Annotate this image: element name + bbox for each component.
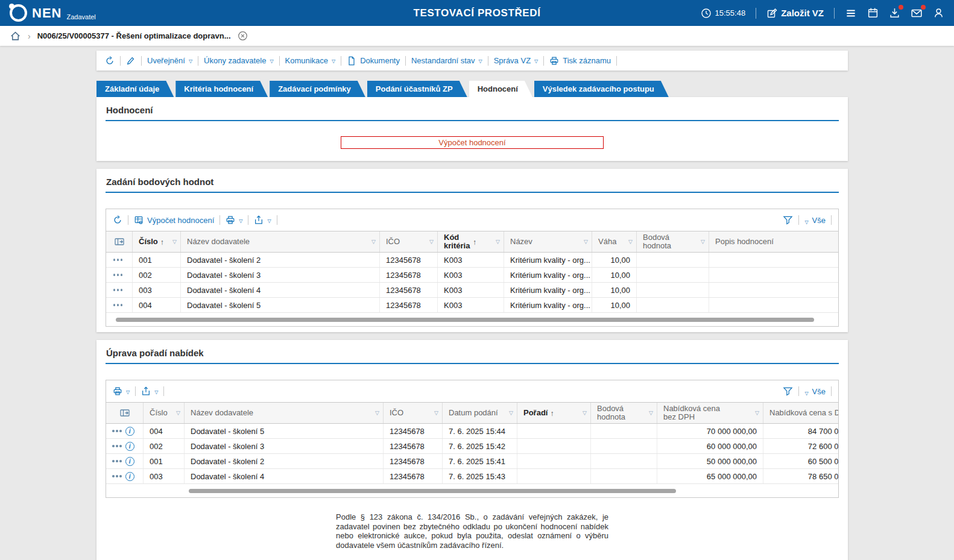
cell-popis[interactable] [709, 268, 838, 282]
col-kod-kriteria[interactable]: Kód kritéria [438, 231, 504, 252]
row-menu-icon[interactable] [112, 475, 122, 477]
messages-button[interactable] [911, 7, 923, 19]
filter-chevron-icon[interactable] [172, 239, 177, 245]
cell-bodova[interactable] [637, 253, 709, 267]
filter-chevron-icon[interactable] [434, 410, 438, 416]
menu-komunikace[interactable]: Komunikace [285, 56, 336, 65]
view-vse-selector[interactable]: Vše [804, 387, 826, 396]
grid-vypocet-hodnoceni-link[interactable]: Výpočet hodnocení [134, 215, 214, 225]
filter-button[interactable] [783, 386, 793, 397]
info-icon[interactable]: i [125, 472, 134, 481]
filter-button[interactable] [783, 215, 793, 225]
home-button[interactable] [10, 30, 21, 42]
col-datum-podani[interactable]: Datum podání [443, 403, 517, 423]
menu-button[interactable] [845, 7, 857, 19]
cell-poradi[interactable] [517, 439, 591, 453]
table-row[interactable]: i 002 Dodavatel - školení 3 12345678 7. … [106, 439, 839, 454]
cell-popis[interactable] [709, 298, 838, 312]
filter-chevron-icon[interactable] [429, 239, 434, 245]
info-icon[interactable]: i [125, 457, 134, 466]
filter-chevron-icon[interactable] [701, 239, 705, 245]
cell-poradi[interactable] [517, 454, 591, 468]
close-record-button[interactable] [238, 31, 248, 41]
col-cena-s-dph[interactable]: Nabídková cena s DPH [763, 403, 839, 423]
scrollbar-thumb[interactable] [189, 489, 676, 493]
cell-bodova[interactable] [637, 298, 709, 312]
calendar-button[interactable] [867, 7, 879, 19]
filter-chevron-icon[interactable] [583, 410, 587, 416]
col-ico[interactable]: IČO [384, 403, 443, 423]
row-menu-icon[interactable] [113, 304, 123, 306]
print-grid-button[interactable] [113, 386, 130, 396]
print-record-button[interactable]: Tisk záznamu [549, 56, 611, 66]
user-button[interactable] [933, 7, 944, 19]
tab-kriteria-hodnoceni[interactable]: Kritéria hodnocení [175, 81, 268, 97]
table-row[interactable]: 001 Dodavatel - školení 2 12345678 K003 … [106, 253, 838, 268]
filter-chevron-icon[interactable] [628, 239, 633, 245]
col-nazev-dodavatele[interactable]: Název dodavatele [181, 231, 380, 252]
col-ico[interactable]: IČO [380, 231, 438, 252]
filter-chevron-icon[interactable] [755, 410, 759, 416]
info-icon[interactable]: i [125, 442, 134, 451]
col-popis-hodnoceni[interactable]: Popis hodnocení [709, 231, 838, 252]
column-chooser[interactable] [106, 231, 133, 252]
refresh-button[interactable] [113, 215, 122, 225]
downloads-button[interactable] [889, 7, 900, 19]
col-cislo[interactable]: Číslo [144, 403, 185, 423]
info-icon[interactable]: i [125, 427, 134, 436]
menu-nestandardni-stav[interactable]: Nestandardní stav [411, 56, 482, 65]
edit-record-button[interactable] [126, 56, 136, 66]
tab-zakladni-udaje[interactable]: Základní údaje [96, 81, 174, 97]
menu-uverejneni[interactable]: Uveřejnění [147, 56, 192, 65]
filter-chevron-icon[interactable] [176, 410, 180, 416]
menu-dokumenty[interactable]: Dokumenty [347, 56, 400, 66]
scrollbar-thumb[interactable] [116, 318, 814, 322]
col-bodova-hodnota[interactable]: Bodová hodnota [591, 403, 657, 423]
cell-poradi[interactable] [517, 469, 591, 483]
filter-chevron-icon[interactable] [496, 239, 500, 245]
create-vz-button[interactable]: Založit VZ [766, 8, 824, 19]
cell-bodova[interactable] [637, 283, 709, 297]
filter-chevron-icon[interactable] [584, 239, 588, 245]
col-bodova-hodnota[interactable]: Bodová hodnota [637, 231, 709, 252]
row-menu-icon[interactable] [112, 460, 122, 462]
col-vaha[interactable]: Váha [592, 231, 637, 252]
row-menu-icon[interactable] [112, 430, 122, 432]
filter-chevron-icon[interactable] [375, 410, 379, 416]
cell-popis[interactable] [709, 283, 838, 297]
menu-sprava-vz[interactable]: Správa VZ [494, 56, 539, 65]
row-menu-icon[interactable] [113, 289, 123, 291]
col-cislo[interactable]: Číslo [133, 231, 181, 252]
col-nazev-dodavatele[interactable]: Název dodavatele [185, 403, 384, 423]
tab-zadavaci-podminky[interactable]: Zadávací podmínky [270, 81, 365, 97]
table-row[interactable]: i 001 Dodavatel - školení 2 12345678 7. … [106, 454, 839, 469]
cell-bodova[interactable] [637, 268, 709, 282]
table-row[interactable]: i 004 Dodavatel - školení 5 12345678 7. … [106, 424, 839, 439]
tab-hodnoceni[interactable]: Hodnocení [469, 81, 532, 97]
col-poradi[interactable]: Pořadí [517, 403, 591, 423]
row-menu-icon[interactable] [112, 445, 122, 447]
column-chooser[interactable] [106, 403, 144, 423]
table-row[interactable]: 004 Dodavatel - školení 5 12345678 K003 … [106, 298, 838, 313]
table-row[interactable]: i 003 Dodavatel - školení 4 12345678 7. … [106, 469, 839, 484]
table-row[interactable]: 003 Dodavatel - školení 4 12345678 K003 … [106, 283, 838, 298]
breadcrumb-item[interactable]: N006/25/V00005377 - Řešení optimalizace … [37, 31, 231, 40]
cell-poradi[interactable] [517, 424, 591, 438]
print-grid-button[interactable] [226, 215, 242, 225]
tab-podani-ucastniku[interactable]: Podání účastníků ZP [367, 81, 467, 97]
filter-chevron-icon[interactable] [509, 410, 513, 416]
row-menu-icon[interactable] [113, 259, 123, 261]
cell-popis[interactable] [709, 253, 838, 267]
row-menu-icon[interactable] [113, 274, 123, 276]
tab-vysledek[interactable]: Výsledek zadávacího postupu [534, 81, 669, 97]
table-row[interactable]: 002 Dodavatel - školení 3 12345678 K003 … [106, 268, 838, 283]
export-grid-button[interactable] [141, 386, 158, 396]
history-button[interactable] [105, 56, 115, 66]
vypocet-hodnoceni-button[interactable]: Výpočet hodnocení [341, 136, 604, 149]
export-grid-button[interactable] [254, 215, 271, 225]
view-vse-selector[interactable]: Vše [804, 216, 826, 225]
col-cena-bez-dph[interactable]: Nabídková cena bez DPH [657, 403, 763, 423]
menu-ukony-zadavatele[interactable]: Úkony zadavatele [204, 56, 274, 65]
filter-chevron-icon[interactable] [371, 239, 376, 245]
filter-chevron-icon[interactable] [649, 410, 653, 416]
